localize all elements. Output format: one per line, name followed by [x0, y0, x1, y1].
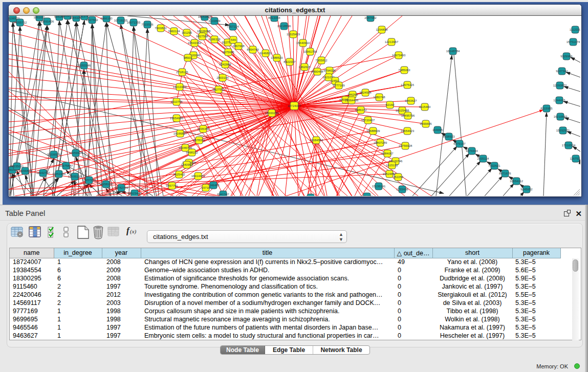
- svg-text:9794028: 9794028: [323, 69, 336, 72]
- svg-text:9242848: 9242848: [219, 63, 231, 66]
- svg-text:26535001: 26535001: [10, 165, 24, 168]
- svg-text:1527602: 1527602: [86, 18, 98, 21]
- svg-text:8215955: 8215955: [540, 107, 553, 110]
- svg-text:16648784: 16648784: [446, 50, 460, 53]
- svg-text:3133809: 3133809: [208, 19, 221, 23]
- svg-text:9474444: 9474444: [466, 149, 478, 152]
- svg-text:7625402: 7625402: [173, 173, 185, 176]
- svg-text:1112330: 1112330: [570, 28, 580, 31]
- svg-text:15136141: 15136141: [372, 185, 386, 188]
- svg-text:1244415: 1244415: [553, 99, 565, 102]
- svg-text:20364436: 20364436: [345, 99, 359, 102]
- svg-text:8454749: 8454749: [247, 48, 259, 51]
- svg-text:2087682: 2087682: [364, 16, 377, 19]
- svg-text:9084067: 9084067: [381, 152, 394, 155]
- svg-text:10053809: 10053809: [198, 16, 212, 18]
- svg-text:15720407: 15720407: [361, 119, 375, 122]
- svg-text:1235359: 1235359: [197, 127, 209, 130]
- svg-text:8678332: 8678332: [193, 139, 205, 142]
- svg-text:10025488: 10025488: [396, 109, 409, 112]
- svg-text:19756928: 19756928: [399, 144, 412, 147]
- svg-text:20053346: 20053346: [77, 64, 91, 67]
- svg-text:9227342: 9227342: [556, 70, 568, 73]
- svg-text:20206576: 20206576: [47, 153, 61, 156]
- svg-text:9699695: 9699695: [420, 122, 432, 125]
- svg-text:8322037: 8322037: [284, 60, 296, 63]
- svg-text:12975115: 12975115: [401, 83, 415, 86]
- svg-text:11325419: 11325419: [287, 33, 300, 36]
- svg-text:7986372: 7986372: [355, 108, 367, 112]
- svg-text:9115460: 9115460: [419, 105, 431, 108]
- svg-text:98901: 98901: [184, 56, 192, 59]
- svg-text:10654112: 10654112: [510, 180, 524, 183]
- svg-text:16782759: 16782759: [115, 186, 128, 189]
- svg-text:1224551: 1224551: [361, 195, 373, 196]
- svg-text:10688609: 10688609: [366, 129, 380, 133]
- svg-text:7955812: 7955812: [315, 59, 328, 62]
- svg-text:2867608: 2867608: [232, 45, 245, 48]
- svg-text:15751074: 15751074: [567, 40, 580, 43]
- svg-text:3960124: 3960124: [168, 30, 180, 33]
- svg-text:18495796: 18495796: [401, 114, 415, 117]
- svg-text:8186328: 8186328: [208, 38, 221, 41]
- svg-text:546: 546: [231, 38, 236, 41]
- svg-text:17359924: 17359924: [69, 151, 83, 155]
- svg-text:18300295: 18300295: [265, 112, 279, 115]
- svg-text:16914479: 16914479: [191, 174, 205, 178]
- svg-text:1362615: 1362615: [298, 65, 311, 69]
- svg-text:20691406: 20691406: [40, 20, 54, 23]
- svg-text:7663822: 7663822: [155, 27, 167, 30]
- svg-text:19218596: 19218596: [277, 25, 291, 28]
- svg-text:6479197: 6479197: [453, 142, 466, 145]
- svg-text:9827552: 9827552: [212, 88, 225, 91]
- svg-text:(x): (x): [130, 228, 137, 235]
- svg-text:62160: 62160: [386, 103, 395, 106]
- svg-text:1080748: 1080748: [373, 96, 385, 99]
- svg-text:9463627: 9463627: [405, 99, 417, 102]
- svg-text:17016504: 17016504: [562, 144, 576, 147]
- svg-text:11156819: 11156819: [18, 169, 32, 172]
- svg-text:16210643: 16210643: [554, 115, 568, 118]
- svg-text:1588520: 1588520: [271, 56, 283, 59]
- svg-text:18226058: 18226058: [197, 30, 211, 33]
- svg-text:2935114: 2935114: [477, 157, 490, 160]
- svg-text:1615132: 1615132: [386, 164, 398, 167]
- svg-text:2803144: 2803144: [216, 76, 229, 79]
- svg-text:8990448: 8990448: [311, 70, 323, 73]
- svg-text:16671355: 16671355: [127, 21, 141, 24]
- svg-text:10958107: 10958107: [99, 183, 113, 186]
- svg-text:19654985: 19654985: [170, 117, 184, 120]
- svg-text:1540994: 1540994: [181, 163, 193, 166]
- svg-text:18724007: 18724007: [288, 104, 301, 107]
- svg-text:9827508: 9827508: [196, 35, 208, 38]
- svg-text:9498222: 9498222: [186, 151, 198, 154]
- svg-text:7632621: 7632621: [488, 164, 500, 167]
- svg-text:12213369: 12213369: [173, 85, 187, 89]
- svg-text:164095: 164095: [432, 128, 443, 132]
- svg-text:8941347: 8941347: [217, 193, 229, 196]
- svg-text:17957223: 17957223: [82, 179, 96, 182]
- svg-text:2718126: 2718126: [176, 71, 188, 74]
- svg-text:9457791: 9457791: [166, 184, 178, 187]
- svg-text:1733426: 1733426: [396, 188, 408, 191]
- svg-text:18807249: 18807249: [374, 141, 387, 144]
- svg-text:14055712: 14055712: [13, 21, 27, 24]
- svg-text:7357224: 7357224: [227, 25, 239, 28]
- svg-text:15640910: 15640910: [296, 41, 310, 45]
- svg-text:8813054: 8813054: [268, 16, 280, 19]
- svg-text:15692971: 15692971: [556, 129, 570, 132]
- svg-text:10975887: 10975887: [59, 164, 73, 167]
- svg-text:12505135: 12505135: [68, 175, 82, 178]
- svg-text:1010755: 1010755: [170, 100, 183, 103]
- svg-text:9329966: 9329966: [560, 55, 573, 58]
- svg-text:746266: 746266: [347, 93, 358, 96]
- svg-text:3675685: 3675685: [222, 51, 234, 54]
- svg-text:6466160: 6466160: [100, 17, 113, 20]
- svg-text:1154838: 1154838: [376, 28, 388, 31]
- svg-text:11451944: 11451944: [52, 172, 66, 176]
- svg-text:9777169: 9777169: [333, 84, 345, 87]
- svg-text:7515526: 7515526: [141, 23, 154, 26]
- svg-text:252254: 252254: [393, 176, 404, 179]
- svg-text:10719155: 10719155: [114, 19, 128, 22]
- svg-text:8938923: 8938923: [443, 135, 455, 138]
